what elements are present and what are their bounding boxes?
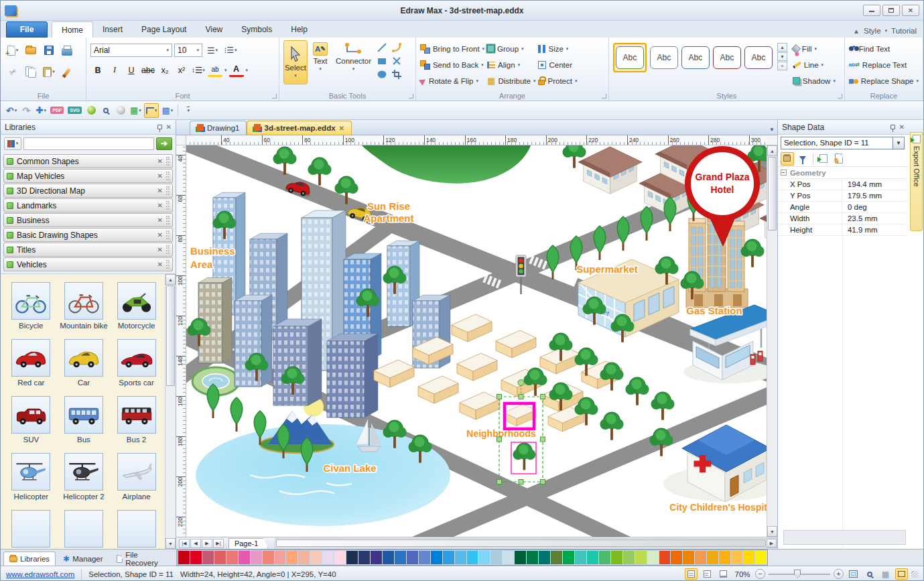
color-swatch[interactable]	[478, 551, 490, 564]
color-swatch[interactable]	[659, 551, 671, 564]
text-align-button[interactable]: ☰▾	[204, 42, 220, 59]
color-swatch[interactable]	[214, 551, 226, 564]
view-page-button[interactable]	[701, 568, 714, 580]
pan-tool-button[interactable]: ✚▾	[34, 103, 48, 118]
filter-button[interactable]	[796, 152, 809, 166]
symbol-bicycle[interactable]: Bicycle	[5, 282, 56, 330]
grid-toggle-button[interactable]: ▦▾	[129, 103, 143, 118]
close-library-icon[interactable]: ✕	[157, 247, 163, 253]
pin-icon[interactable]	[890, 125, 895, 129]
undo-button[interactable]: ↶▾	[5, 103, 18, 118]
import-data-button[interactable]	[817, 152, 830, 166]
gray-sphere-button[interactable]	[114, 103, 127, 118]
close-library-icon[interactable]: ✕	[157, 188, 163, 194]
print-preview-button[interactable]	[99, 103, 113, 118]
symbol-car[interactable]: Car	[58, 339, 109, 387]
lb-super[interactable]: Supermarket	[576, 263, 638, 275]
cut-button[interactable]: ✂	[5, 63, 21, 80]
styles-expand[interactable]: ≡	[777, 62, 787, 70]
library-scrollbar[interactable]: ▲ ▼	[165, 274, 176, 549]
close-library-icon[interactable]: ✕	[157, 158, 163, 165]
color-swatch[interactable]	[443, 551, 454, 564]
strikethrough-button[interactable]: abc	[141, 63, 155, 77]
geometry-row-height[interactable]: Height41.9 mm	[778, 224, 907, 236]
save-button[interactable]	[41, 42, 57, 59]
color-swatch[interactable]	[671, 551, 682, 564]
replace-shape-button[interactable]: Replace Shape▾	[849, 74, 919, 88]
color-swatch[interactable]	[310, 551, 322, 564]
collapse-ribbon-icon[interactable]: ▲	[853, 27, 860, 35]
tutorial-menu[interactable]: Tutorial	[891, 27, 917, 35]
close-library-icon[interactable]: ✕	[157, 202, 163, 209]
geometry-row-width[interactable]: Width23.5 mm	[778, 213, 907, 224]
tab-page-layout[interactable]: Page Layout	[132, 21, 196, 38]
style-dropdown-icon[interactable]: ▾	[885, 28, 888, 34]
traffic-light[interactable]	[516, 255, 526, 294]
align-button[interactable]: Align▾	[487, 58, 535, 72]
crop-tool-icon[interactable]	[391, 69, 402, 80]
style-swatch-5[interactable]: Abc	[744, 46, 773, 69]
color-swatch[interactable]	[695, 551, 706, 564]
geometry-row-angle[interactable]: Angle0 deg	[778, 202, 907, 213]
find-text-button[interactable]: Find Text	[849, 42, 919, 56]
canvas-vertical-scrollbar[interactable]: ▲ ▼	[767, 145, 777, 537]
line-spacing-button[interactable]: ↕☰▾	[191, 63, 206, 77]
green-sphere-button[interactable]	[84, 103, 98, 118]
zoom-area-button[interactable]	[863, 568, 876, 580]
color-swatch[interactable]	[599, 551, 610, 564]
library-search-input[interactable]	[23, 137, 154, 150]
first-page-button[interactable]: |◀	[179, 539, 190, 548]
rotate-flip-button[interactable]: Rotate & Flip▾	[420, 74, 484, 88]
color-swatch[interactable]	[202, 551, 214, 564]
color-swatch[interactable]	[226, 551, 238, 564]
close-document-icon[interactable]: ✕	[339, 125, 344, 132]
bold-button[interactable]: B	[90, 63, 105, 77]
bring-to-front-button[interactable]: Bring to Front▾	[420, 42, 484, 56]
document-tab-drawing1[interactable]: Drawing1	[190, 121, 247, 135]
highlight-button[interactable]: ab	[208, 63, 222, 77]
view-presentation-button[interactable]	[717, 568, 730, 580]
close-library-icon[interactable]: ✕	[157, 261, 163, 268]
library-bar-business[interactable]: Business✕	[3, 213, 173, 227]
tab-insert[interactable]: Insert	[93, 21, 132, 38]
fill-button[interactable]: Fill▾	[793, 42, 836, 56]
color-swatch[interactable]	[503, 551, 514, 564]
toolbar-overflow-button[interactable]: ▾	[182, 103, 195, 118]
export-svg-button[interactable]: SVG	[66, 103, 83, 118]
style-swatch-3[interactable]: Abc	[681, 46, 710, 69]
export-pdf-button[interactable]: PDF	[49, 103, 65, 118]
style-swatch-4[interactable]: Abc	[713, 46, 741, 69]
symbol-helicopter-2[interactable]: Helicopter 2	[58, 453, 109, 501]
color-swatch[interactable]	[575, 551, 586, 564]
connector-tool-button[interactable]: Connector▾	[333, 40, 374, 90]
park-green[interactable]	[362, 145, 531, 184]
color-swatch[interactable]	[623, 551, 635, 564]
paste-button[interactable]: ▾	[41, 63, 57, 80]
redo-button[interactable]: ↷	[19, 103, 33, 118]
zoom-out-button[interactable]: −	[755, 569, 765, 579]
panel-tab-file-recovery[interactable]: File Recovery	[111, 552, 176, 566]
ruler-toggle-button[interactable]: ▾	[144, 103, 159, 118]
document-tabs-dropdown-icon[interactable]: ▼	[769, 127, 775, 133]
tab-view[interactable]: View	[196, 21, 232, 38]
canvas-horizontal-scrollbar[interactable]: ▶	[275, 538, 777, 548]
color-swatch[interactable]	[635, 551, 647, 564]
font-family-select[interactable]: Arial▾	[90, 44, 172, 57]
document-tab-active[interactable]: 3d-street-map.eddx✕	[247, 121, 351, 135]
send-to-back-button[interactable]: Send to Back▾	[420, 58, 484, 72]
pin-icon[interactable]	[157, 125, 162, 129]
lb-hosp[interactable]: City Children's Hospital	[669, 502, 767, 513]
symbol-sports-car[interactable]: Sports car	[111, 339, 162, 387]
color-swatch[interactable]	[490, 551, 502, 564]
symbol-mountain-bike[interactable]: Mountain bike	[58, 282, 109, 330]
ellipse-tool-icon[interactable]	[377, 69, 387, 80]
tab-symbols[interactable]: Symbols	[232, 21, 281, 38]
color-swatch[interactable]	[275, 551, 286, 564]
shape-data-mode-button[interactable]	[781, 152, 794, 166]
style-swatch-2[interactable]: Abc	[650, 46, 678, 69]
library-bar-map-vehicles[interactable]: Map Vehicles✕	[3, 169, 173, 183]
color-swatch[interactable]	[683, 551, 694, 564]
group-button[interactable]: Group▾	[487, 42, 535, 56]
font-color-dropdown-icon[interactable]: ▾	[246, 68, 249, 73]
restore-button[interactable]	[882, 5, 900, 16]
